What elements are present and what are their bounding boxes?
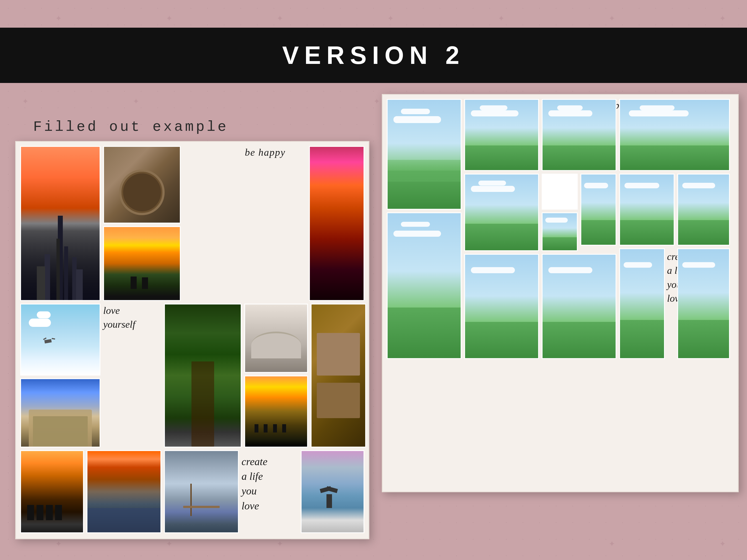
filled-example-label: Filled out example [33, 119, 229, 135]
hiker-photo [103, 226, 181, 301]
template-photo-small [542, 174, 578, 210]
sparkle-icon: ✦ [166, 539, 172, 549]
be-happy-text-filled: be happy [245, 146, 285, 159]
sparkle-icon: ✦ [387, 14, 394, 23]
template-photo-1 [387, 99, 462, 210]
jumping-people-photo [244, 376, 308, 448]
sparkle-icon: ✦ [609, 539, 615, 549]
dock-photo [164, 450, 239, 533]
version-title: VERSION 2 [282, 41, 465, 70]
sparkle-icon: ✦ [277, 539, 283, 549]
colosseum-photo [20, 378, 100, 448]
template-photo-13 [619, 248, 665, 359]
sparkle-icon: ✦ [498, 14, 505, 23]
editable-template-card: be happy [382, 94, 739, 492]
spa-photo [311, 304, 366, 448]
filled-example-card: be happy loveyourself [15, 141, 369, 539]
forest-path-photo [164, 304, 241, 448]
template-photo-8 [677, 174, 730, 246]
template-photo-3 [542, 99, 616, 171]
sunset-ocean-photo [86, 450, 161, 533]
sparkle-icon: ✦ [133, 97, 139, 106]
template-photo-4 [619, 99, 730, 171]
airplane-photo [20, 304, 100, 376]
template-photo-6 [581, 174, 616, 246]
woman-ocean-photo [301, 450, 364, 533]
bathtub-photo [244, 304, 308, 373]
city-photo [20, 146, 100, 301]
sparkle-icon: ✦ [166, 14, 172, 23]
create-life-text-filled: createa lifeyoulove [241, 454, 267, 513]
template-photo-7 [619, 174, 674, 246]
sparkle-icon: ✦ [374, 97, 380, 106]
sparkle-icon: ✦ [719, 14, 726, 23]
sparkle-icon: ✦ [55, 14, 62, 23]
sparkle-icon: ✦ [55, 539, 62, 549]
template-photo-9 [542, 212, 578, 251]
template-photo-14 [677, 248, 730, 359]
template-photo-5 [464, 174, 539, 251]
sparkle-icon: ✦ [277, 14, 283, 23]
template-photo-2 [464, 99, 539, 171]
sparkle-icon: ✦ [22, 97, 28, 106]
version-banner: VERSION 2 [0, 28, 747, 83]
love-yourself-text: loveyourself [103, 304, 135, 331]
template-photo-11 [464, 254, 539, 359]
sparkle-icon: ✦ [719, 539, 726, 549]
template-photo-12 [542, 254, 616, 359]
sparkle-icon: ✦ [609, 14, 615, 23]
sunset-red-photo [309, 146, 364, 301]
friends-photo [20, 450, 84, 533]
template-photo-10 [387, 212, 462, 359]
food-photo [103, 146, 181, 223]
